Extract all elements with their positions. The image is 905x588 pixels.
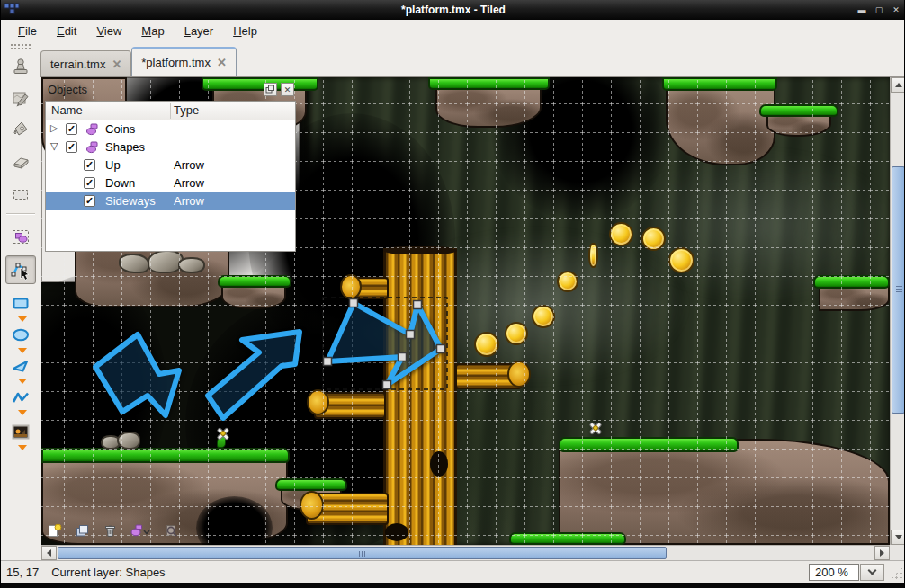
- object-row-sideways-selected[interactable]: ✓ Sideways Arrow: [46, 192, 295, 210]
- menu-bar: File Edit View Map Layer Help: [1, 20, 905, 41]
- scroll-left-icon[interactable]: [41, 546, 57, 560]
- insert-polyline-icon[interactable]: [5, 383, 36, 414]
- visibility-checkbox[interactable]: ✓: [84, 177, 95, 189]
- objects-panel: Objects ✕ Name Type ▷ ✓ Coins: [41, 77, 300, 282]
- eraser-icon[interactable]: [5, 148, 36, 177]
- vertex-handle[interactable]: [383, 381, 391, 389]
- vertex-handle[interactable]: [437, 345, 445, 353]
- object-name: Down: [105, 176, 135, 190]
- map-canvas[interactable]: Objects ✕ Name Type ▷ ✓ Coins: [41, 77, 890, 545]
- object-row-shapes[interactable]: ▽ ✓ Shapes: [46, 138, 295, 156]
- duplicate-objects-icon[interactable]: [73, 521, 91, 539]
- expander-expanded-icon[interactable]: ▽: [50, 140, 58, 152]
- zoom-level-input[interactable]: 200 %: [809, 564, 859, 581]
- dropdown-arrow-icon: [18, 445, 27, 450]
- object-row-coins[interactable]: ▷ ✓ Coins: [46, 120, 295, 138]
- menu-layer[interactable]: Layer: [176, 22, 222, 40]
- stamp-brush-icon[interactable]: [5, 52, 36, 81]
- visibility-checkbox[interactable]: ✓: [66, 123, 77, 135]
- vertex-handle[interactable]: [414, 301, 422, 309]
- objects-panel-toolbar: [45, 521, 180, 540]
- vertical-scrollbar[interactable]: [890, 77, 905, 545]
- column-header-name[interactable]: Name: [51, 103, 83, 117]
- vertex-handle[interactable]: [324, 358, 332, 366]
- terrain-brush-icon[interactable]: [5, 84, 36, 112]
- close-panel-icon[interactable]: ✕: [281, 83, 294, 96]
- objects-table-header: Name Type: [46, 102, 295, 120]
- resize-grip[interactable]: [890, 566, 903, 580]
- insert-ellipse-icon[interactable]: [5, 321, 36, 352]
- objects-panel-title: Objects: [48, 83, 87, 96]
- insert-polygon-icon[interactable]: [5, 352, 36, 382]
- new-object-icon[interactable]: [45, 521, 63, 539]
- dropdown-arrow-icon: [18, 410, 27, 415]
- visibility-checkbox[interactable]: ✓: [84, 195, 95, 207]
- rectangular-select-icon[interactable]: [5, 180, 36, 209]
- tab-label: terrain.tmx: [50, 58, 105, 71]
- tab-close-icon[interactable]: ✕: [112, 58, 121, 71]
- window-bottom-edge: [1, 583, 905, 588]
- title-bar: *platform.tmx - Tiled ▬ ▢ ✕: [1, 0, 905, 20]
- tiled-window: *platform.tmx - Tiled ▬ ▢ ✕ File Edit Vi…: [0, 0, 905, 588]
- current-layer-status: Current layer: Shapes: [51, 566, 165, 579]
- document-tab-bar: terrain.tmx ✕ *platform.tmx ✕: [40, 41, 905, 77]
- object-row-down[interactable]: ✓ Down Arrow: [46, 174, 295, 192]
- remove-object-icon[interactable]: [101, 521, 119, 539]
- object-type: Arrow: [174, 176, 204, 190]
- maximize-icon[interactable]: ▢: [874, 5, 883, 14]
- scroll-up-icon[interactable]: [891, 77, 905, 93]
- menu-edit[interactable]: Edit: [49, 22, 85, 40]
- scrollbar-corner: [890, 545, 905, 560]
- scroll-right-icon[interactable]: [874, 546, 890, 560]
- cursor-position: 15, 17: [6, 566, 39, 579]
- column-header-type[interactable]: Type: [174, 103, 199, 117]
- objects-panel-titlebar[interactable]: Objects ✕: [42, 78, 299, 100]
- visibility-checkbox[interactable]: ✓: [66, 141, 77, 153]
- insert-rectangle-icon[interactable]: [5, 290, 36, 320]
- toolbar-separator: [6, 213, 35, 214]
- objects-table: Name Type ▷ ✓ Coins ▽ ✓ Shapes: [45, 101, 296, 252]
- tab-close-icon[interactable]: ✕: [217, 56, 227, 69]
- object-name: Up: [105, 158, 121, 172]
- search-object-icon[interactable]: [162, 521, 180, 539]
- object-name: Shapes: [105, 140, 145, 154]
- select-objects-icon[interactable]: [5, 222, 36, 251]
- horizontal-scrollbar-thumb[interactable]: [58, 547, 667, 559]
- zoom-dropdown-button[interactable]: [860, 564, 884, 581]
- tab-terrain-tmx[interactable]: terrain.tmx ✕: [40, 50, 131, 76]
- vertex-handle[interactable]: [407, 331, 415, 339]
- menu-view[interactable]: View: [88, 22, 130, 40]
- column-divider[interactable]: [170, 103, 171, 119]
- tab-platform-tmx[interactable]: *platform.tmx ✕: [131, 47, 236, 76]
- toolbar-drag-handle[interactable]: [10, 43, 31, 49]
- menu-file[interactable]: File: [10, 22, 45, 40]
- vertex-handle[interactable]: [399, 353, 407, 361]
- insert-tile-icon[interactable]: [5, 418, 36, 449]
- vertex-handle[interactable]: [350, 299, 358, 307]
- scroll-down-icon[interactable]: [891, 530, 905, 545]
- menu-map[interactable]: Map: [133, 22, 172, 40]
- vertical-scrollbar-thumb[interactable]: [892, 166, 905, 414]
- bucket-fill-icon[interactable]: [5, 115, 36, 144]
- object-type: Arrow: [174, 194, 204, 208]
- object-type: Arrow: [174, 158, 204, 172]
- object-group-icon: [85, 141, 100, 154]
- tools-toolbar: [1, 41, 40, 545]
- object-name: Sideways: [105, 194, 156, 208]
- object-row-up[interactable]: ✓ Up Arrow: [46, 156, 295, 174]
- minimize-icon[interactable]: ▬: [857, 5, 866, 14]
- horizontal-scrollbar[interactable]: [41, 545, 890, 560]
- float-panel-icon[interactable]: [264, 83, 277, 96]
- object-properties-icon[interactable]: [129, 521, 152, 539]
- object-group-icon: [85, 123, 100, 136]
- menu-help[interactable]: Help: [225, 22, 265, 40]
- window-title: *platform.tmx - Tiled: [1, 4, 905, 16]
- chevron-down-icon: [868, 566, 877, 575]
- tab-label: *platform.tmx: [141, 56, 211, 69]
- visibility-checkbox[interactable]: ✓: [84, 159, 95, 171]
- object-name: Coins: [105, 122, 135, 136]
- expander-collapsed-icon[interactable]: ▷: [50, 122, 58, 134]
- edit-polygons-icon[interactable]: [5, 255, 36, 284]
- close-icon[interactable]: ✕: [892, 5, 901, 14]
- status-bar: 15, 17 Current layer: Shapes 200 %: [1, 560, 905, 583]
